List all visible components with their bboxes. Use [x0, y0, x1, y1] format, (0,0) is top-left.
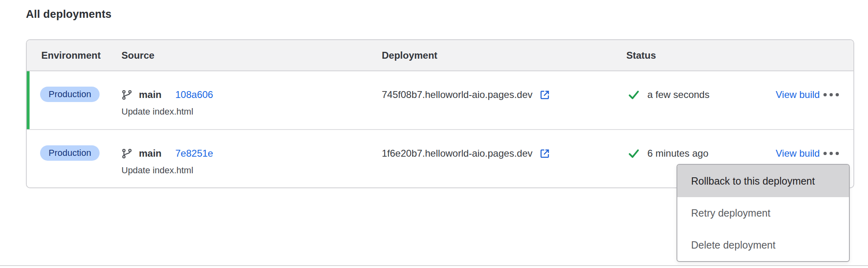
commit-message: Update index.html	[121, 165, 382, 176]
view-build-link[interactable]: View build	[776, 89, 820, 100]
menu-item-delete[interactable]: Delete deployment	[677, 229, 849, 261]
environment-badge: Production	[40, 145, 100, 161]
check-success-icon	[628, 148, 640, 160]
source-cell: main 7e8251e Update index.html	[121, 145, 382, 176]
menu-item-retry[interactable]: Retry deployment	[677, 197, 849, 229]
source-cell: main 108a606 Update index.html	[121, 87, 382, 117]
active-deployment-indicator	[27, 71, 30, 129]
table-header-row: Environment Source Deployment Status	[27, 40, 853, 71]
branch-name: main	[139, 148, 162, 159]
view-build-link[interactable]: View build	[776, 148, 820, 159]
deployment-cell: 1f6e20b7.helloworld-aio.pages.dev	[382, 145, 626, 162]
branch-name: main	[139, 89, 162, 100]
commit-message: Update index.html	[121, 106, 382, 117]
check-success-icon	[628, 89, 640, 101]
deployment-context-menu: Rollback to this deployment Retry deploy…	[677, 164, 850, 262]
environment-badge: Production	[40, 87, 100, 102]
deployment-url: 745f08b7.helloworld-aio.pages.dev	[382, 89, 532, 100]
deployment-cell: 745f08b7.helloworld-aio.pages.dev	[382, 87, 626, 103]
deployment-options-button[interactable]	[823, 91, 840, 99]
external-link-icon[interactable]	[539, 89, 551, 101]
section-divider	[0, 265, 868, 266]
status-cell: a few seconds View build	[626, 87, 853, 103]
deployment-url: 1f6e20b7.helloworld-aio.pages.dev	[382, 148, 532, 159]
column-header-environment: Environment	[27, 50, 121, 61]
git-branch-icon	[121, 89, 132, 100]
environment-cell: Production	[27, 145, 121, 161]
deployment-row-current: Production main 108a606 Update index.htm…	[27, 71, 853, 130]
column-header-status: Status	[626, 50, 853, 61]
column-header-deployment: Deployment	[382, 50, 626, 61]
commit-hash-link[interactable]: 7e8251e	[175, 148, 213, 159]
git-branch-icon	[121, 148, 132, 159]
ellipsis-menu-icon	[823, 93, 827, 96]
environment-cell: Production	[27, 87, 121, 102]
column-header-source: Source	[121, 50, 382, 61]
status-cell: 6 minutes ago View build	[626, 145, 853, 162]
status-time: a few seconds	[647, 89, 709, 100]
menu-item-rollback[interactable]: Rollback to this deployment	[677, 165, 849, 197]
status-time: 6 minutes ago	[647, 148, 708, 159]
external-link-icon[interactable]	[539, 148, 551, 160]
deployment-options-button[interactable]	[823, 149, 840, 157]
page-title: All deployments	[26, 8, 112, 21]
commit-hash-link[interactable]: 108a606	[175, 89, 213, 100]
ellipsis-menu-icon	[823, 152, 827, 155]
deployments-page: All deployments Environment Source Deplo…	[0, 0, 868, 268]
